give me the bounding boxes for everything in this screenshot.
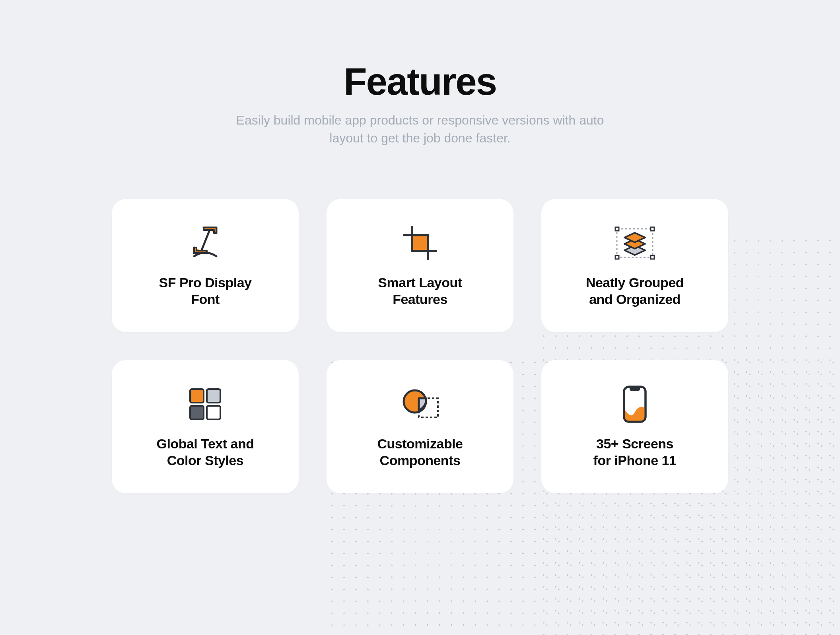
svg-rect-12 (190, 406, 204, 419)
phone-icon (621, 384, 649, 424)
italic-type-icon (186, 223, 224, 263)
svg-rect-18 (630, 387, 640, 391)
feature-card: Global Text and Color Styles (112, 360, 299, 493)
feature-label: 35+ Screens for iPhone 11 (593, 435, 677, 469)
feature-card: Neatly Grouped and Organized (541, 199, 728, 332)
feature-card: 35+ Screens for iPhone 11 (541, 360, 728, 493)
svg-line-0 (200, 229, 210, 253)
shapes-icon (399, 384, 441, 424)
svg-rect-11 (207, 389, 220, 403)
feature-label: Smart Layout Features (378, 274, 462, 308)
layers-icon (613, 223, 657, 263)
svg-marker-9 (624, 233, 645, 242)
svg-rect-6 (651, 255, 654, 259)
svg-rect-3 (615, 227, 619, 231)
feature-card: Customizable Components (327, 360, 513, 493)
svg-rect-4 (651, 227, 654, 231)
features-grid: SF Pro Display Font Smart Layout Feature… (112, 199, 728, 493)
svg-rect-1 (412, 235, 428, 251)
svg-rect-13 (207, 406, 220, 419)
crop-icon (401, 223, 439, 263)
feature-card: Smart Layout Features (327, 199, 513, 332)
swatches-icon (186, 384, 224, 424)
feature-label: Customizable Components (377, 435, 463, 469)
feature-label: SF Pro Display Font (159, 274, 252, 308)
feature-label: Neatly Grouped and Organized (586, 274, 684, 308)
section-title: Features (344, 60, 496, 103)
feature-label: Global Text and Color Styles (156, 435, 254, 469)
svg-rect-5 (615, 255, 619, 259)
section-subtitle: Easily build mobile app products or resp… (231, 111, 609, 147)
feature-card: SF Pro Display Font (112, 199, 299, 332)
svg-rect-10 (190, 389, 204, 403)
